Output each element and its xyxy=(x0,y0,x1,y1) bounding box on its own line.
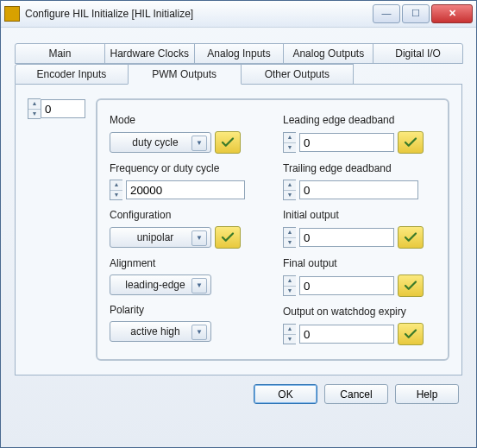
polarity-label: Polarity xyxy=(110,304,262,316)
left-column: Mode duty cycle ▼ xyxy=(110,110,262,345)
spin-up-icon[interactable]: ▲ xyxy=(284,325,296,334)
tab-analog-outputs[interactable]: Analog Outputs xyxy=(283,43,373,64)
lead-label: Leading edge deadband xyxy=(283,114,436,126)
dialog-window: Configure HIL Initialize [HIL Initialize… xyxy=(0,0,477,448)
spin-up-icon[interactable]: ▲ xyxy=(28,99,41,109)
init-apply-button[interactable] xyxy=(398,226,424,249)
trail-spin-buttons[interactable]: ▲ ▼ xyxy=(283,180,296,200)
tab-other-outputs[interactable]: Other Outputs xyxy=(241,64,355,85)
chevron-down-icon[interactable]: ▼ xyxy=(191,136,207,151)
channel-spinner[interactable]: ▲ ▼ xyxy=(28,98,85,119)
tab-panel-pwm-outputs: ▲ ▼ Mode d xyxy=(15,85,462,375)
spin-down-icon[interactable]: ▼ xyxy=(284,237,296,248)
config-apply-button[interactable] xyxy=(215,226,241,249)
dialog-footer: OK Cancel Help xyxy=(15,375,462,407)
spin-down-icon[interactable]: ▼ xyxy=(284,190,296,200)
tab-encoder-inputs[interactable]: Encoder Inputs xyxy=(15,64,129,85)
channel-input[interactable] xyxy=(41,99,85,118)
check-icon xyxy=(220,230,235,245)
help-button[interactable]: Help xyxy=(395,384,459,404)
spin-up-icon[interactable]: ▲ xyxy=(284,276,296,286)
final-apply-button[interactable] xyxy=(398,274,424,297)
trail-label: Trailing edge deadband xyxy=(283,162,436,174)
wdog-spin-buttons[interactable]: ▲ ▼ xyxy=(283,324,296,344)
lead-apply-button[interactable] xyxy=(398,131,424,154)
config-combo[interactable]: unipolar ▼ xyxy=(110,227,211,248)
spin-up-icon[interactable]: ▲ xyxy=(284,133,296,142)
check-icon xyxy=(403,135,418,150)
lead-spin-buttons[interactable]: ▲ ▼ xyxy=(283,132,296,153)
init-input[interactable] xyxy=(299,228,394,247)
cancel-button[interactable]: Cancel xyxy=(324,384,388,404)
maximize-button[interactable]: ☐ xyxy=(402,4,430,23)
tab-spacer xyxy=(353,64,462,85)
tab-analog-inputs[interactable]: Analog Inputs xyxy=(194,43,285,64)
align-label: Alignment xyxy=(110,257,262,269)
freq-label: Frequency or duty cycle xyxy=(110,162,262,174)
tab-digital-io[interactable]: Digital I/O xyxy=(373,43,463,64)
polarity-combo[interactable]: active high ▼ xyxy=(110,321,211,342)
init-label: Initial output xyxy=(283,209,436,221)
spin-down-icon[interactable]: ▼ xyxy=(28,109,41,119)
wdog-apply-button[interactable] xyxy=(398,323,424,345)
spin-up-icon[interactable]: ▲ xyxy=(110,180,122,190)
ok-button[interactable]: OK xyxy=(254,384,317,404)
channel-spin-buttons[interactable]: ▲ ▼ xyxy=(28,98,41,119)
mode-combo[interactable]: duty cycle ▼ xyxy=(110,132,211,153)
final-label: Final output xyxy=(283,257,436,269)
check-icon xyxy=(403,326,418,342)
client-area: Main Hardware Clocks Analog Inputs Analo… xyxy=(1,28,476,447)
wdog-input[interactable] xyxy=(299,325,394,344)
chevron-down-icon[interactable]: ▼ xyxy=(191,278,207,293)
freq-spin-buttons[interactable]: ▲ ▼ xyxy=(110,180,122,200)
tab-main[interactable]: Main xyxy=(15,43,105,64)
spin-down-icon[interactable]: ▼ xyxy=(284,142,296,153)
window-title: Configure HIL Initialize [HIL Initialize… xyxy=(25,8,371,20)
check-icon xyxy=(220,135,235,150)
polarity-value: active high xyxy=(130,325,179,338)
minimize-button[interactable]: — xyxy=(373,4,400,23)
tab-row-1: Main Hardware Clocks Analog Inputs Analo… xyxy=(15,43,462,64)
final-spin-buttons[interactable]: ▲ ▼ xyxy=(283,275,296,296)
align-combo[interactable]: leading-edge ▼ xyxy=(110,274,211,295)
wdog-label: Output on watchdog expiry xyxy=(283,306,436,318)
freq-input[interactable] xyxy=(126,180,245,199)
check-icon xyxy=(403,278,418,293)
tab-row-2: Encoder Inputs PWM Outputs Other Outputs xyxy=(15,64,462,85)
align-value: leading-edge xyxy=(125,279,185,291)
tab-control: Main Hardware Clocks Analog Inputs Analo… xyxy=(15,43,462,375)
pwm-settings-group: Mode duty cycle ▼ xyxy=(96,98,449,361)
final-input[interactable] xyxy=(299,276,394,295)
mode-apply-button[interactable] xyxy=(215,131,241,154)
spin-down-icon[interactable]: ▼ xyxy=(284,334,296,344)
chevron-down-icon[interactable]: ▼ xyxy=(191,325,207,340)
lead-input[interactable] xyxy=(299,133,394,152)
tab-hardware-clocks[interactable]: Hardware Clocks xyxy=(104,43,195,64)
mode-value: duty cycle xyxy=(132,136,178,148)
spin-down-icon[interactable]: ▼ xyxy=(110,190,122,200)
config-value: unipolar xyxy=(137,231,174,243)
spin-down-icon[interactable]: ▼ xyxy=(284,286,296,296)
right-column: Leading edge deadband ▲ ▼ xyxy=(283,110,436,345)
spin-up-icon[interactable]: ▲ xyxy=(284,228,296,237)
init-spin-buttons[interactable]: ▲ ▼ xyxy=(283,227,296,248)
close-button[interactable]: ✕ xyxy=(431,4,473,23)
check-icon xyxy=(403,230,418,245)
mode-label: Mode xyxy=(110,114,262,126)
spin-up-icon[interactable]: ▲ xyxy=(284,180,296,190)
config-label: Configuration xyxy=(110,209,262,221)
titlebar: Configure HIL Initialize [HIL Initialize… xyxy=(1,1,476,28)
app-icon xyxy=(4,6,20,22)
chevron-down-icon[interactable]: ▼ xyxy=(191,230,207,246)
trail-input[interactable] xyxy=(299,180,418,199)
tab-pwm-outputs[interactable]: PWM Outputs xyxy=(128,64,242,85)
